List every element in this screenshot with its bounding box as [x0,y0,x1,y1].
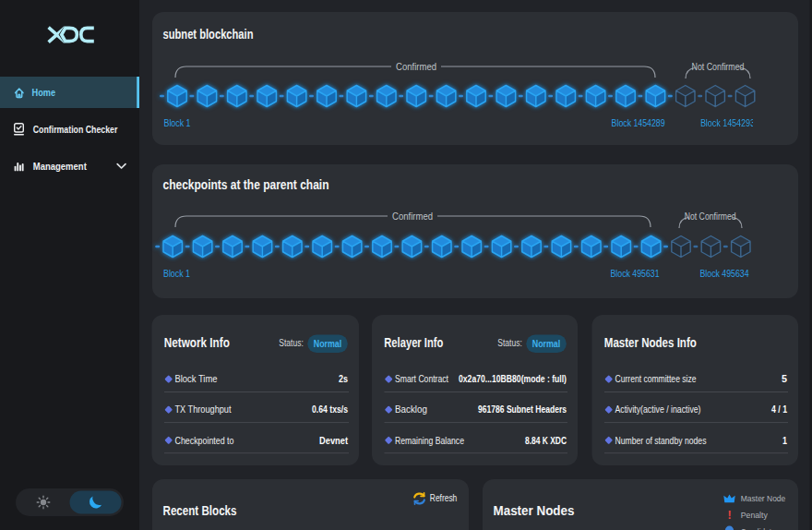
svg-text:0.64 txs/s: 0.64 txs/s [312,404,348,415]
svg-text:Block 495631: Block 495631 [611,268,660,279]
svg-text:Backlog: Backlog [395,404,427,415]
svg-text:Checkpointed to: Checkpointed to [175,436,234,446]
svg-text:2s: 2s [339,374,348,384]
svg-text:Candidate: Candidate [741,526,776,530]
svg-text:5: 5 [782,374,787,384]
svg-text:0x2a70...10BB80(mode : full): 0x2a70...10BB80(mode : full) [459,374,567,384]
svg-text:Confirmed: Confirmed [392,211,433,222]
svg-text:Normal: Normal [532,339,561,349]
svg-text:Status:: Status: [497,338,522,348]
svg-text:Recent Blocks: Recent Blocks [163,503,237,518]
svg-text:!: ! [727,509,731,522]
svg-text:subnet blockchain: subnet blockchain [163,28,254,42]
svg-text:Master Node: Master Node [741,493,786,503]
svg-text:Master Nodes: Master Nodes [494,503,575,518]
svg-text:Network Info: Network Info [164,335,230,350]
svg-text:Number of standby nodes: Number of standby nodes [615,436,707,446]
svg-text:Block 1454289: Block 1454289 [612,117,665,128]
svg-text:Smart Contract: Smart Contract [395,374,448,384]
svg-text:Current committee size: Current committee size [615,374,697,384]
svg-text:961786 Subnet Headers: 961786 Subnet Headers [478,404,567,415]
svg-text:Block 14542931: Block 14542931 [700,117,759,128]
svg-text:Confirmed: Confirmed [396,62,436,72]
svg-text:4 / 1: 4 / 1 [771,404,787,415]
svg-text:Devnet: Devnet [319,436,349,446]
svg-text:Management: Management [33,161,87,172]
svg-text:1: 1 [782,436,787,446]
svg-text:Normal: Normal [314,339,342,349]
svg-text:Block 1: Block 1 [163,268,190,279]
svg-text:Penalty: Penalty [741,510,768,520]
svg-text:Block 495634: Block 495634 [700,268,749,279]
svg-text:Home: Home [32,87,56,98]
svg-text:Not Confirmed: Not Confirmed [692,62,745,72]
svg-text:Block Time: Block Time [175,374,218,384]
svg-text:TX Throughput: TX Throughput [175,404,232,415]
svg-text:Not Confirmed: Not Confirmed [685,211,736,222]
svg-text:8.84 K XDC: 8.84 K XDC [525,436,567,446]
svg-text:Status:: Status: [279,338,304,348]
svg-text:Refresh: Refresh [430,492,458,503]
svg-text:Remaining Balance: Remaining Balance [395,436,464,446]
svg-text:Confirmation Checker: Confirmation Checker [33,124,118,135]
svg-text:Master Nodes Info: Master Nodes Info [604,335,697,350]
svg-text:Relayer Info: Relayer Info [384,335,443,350]
svg-text:Activity(active / inactive): Activity(active / inactive) [615,404,701,415]
svg-text:checkpoints at the parent chai: checkpoints at the parent chain [163,178,329,192]
svg-text:Block 1: Block 1 [164,117,191,128]
